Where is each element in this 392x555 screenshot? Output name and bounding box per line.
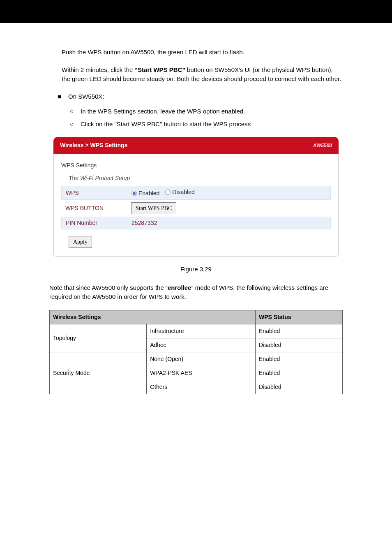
fieldset-title: WPS Settings [61, 161, 331, 170]
header-bar [0, 0, 392, 23]
form-row-wps: WPS Enabled Disabled [61, 186, 331, 200]
start-wps-pbc-button[interactable]: Start WPS PBC [131, 202, 176, 214]
open-circle-icon: ○ [70, 107, 76, 116]
panel-header: Wireless > WPS Settings AW5500 [53, 137, 339, 154]
pin-number-value: 25287332 [131, 219, 157, 227]
cell: Adhoc [147, 338, 256, 352]
text: The [69, 175, 80, 181]
cell: Enabled [256, 352, 343, 366]
figure-caption: Figure 3.29 [49, 265, 343, 274]
radio-label: Enabled [138, 189, 159, 198]
sub-bullet-item: ○ Click on the "Start WPS PBC" button to… [70, 120, 343, 129]
cell: WPA2-PSK AES [147, 366, 256, 380]
cell: None (Open) [147, 352, 256, 366]
device-model-label: AW5500 [313, 142, 332, 149]
cell-topology: Topology [50, 324, 147, 352]
bullet-item: ■ On SW550X: [58, 92, 343, 102]
note-paragraph: Note that since AW5500 only supports the… [49, 283, 343, 302]
th-wireless-settings: Wireless Settings [50, 310, 256, 324]
sub-bullet-text: In the WPS Settings section, leave the W… [81, 107, 245, 116]
page-content: Push the WPS button on AW5500, the green… [0, 23, 392, 394]
cell-security-mode: Security Mode [50, 352, 147, 394]
button-ref: “Start WPS PBC” [135, 66, 185, 73]
mode-name: enrollee [168, 284, 191, 291]
table-row: Security Mode None (Open) Enabled [50, 352, 343, 366]
paragraph: Push the WPS button on AW5500, the green… [49, 48, 343, 57]
form-row-pin: PIN Number 25287332 [61, 217, 331, 229]
panel-body: WPS Settings The Wi-Fi Protect Setup WPS… [53, 154, 339, 257]
open-circle-icon: ○ [70, 120, 76, 129]
field-label: WPS BUTTON [65, 204, 131, 213]
sub-bullet-item: ○ In the WPS Settings section, leave the… [70, 107, 343, 116]
radio-dot [165, 190, 171, 195]
sub-bullet-text: Click on the "Start WPS PBC" button to s… [81, 120, 251, 129]
radio-group: Enabled Disabled [131, 188, 199, 198]
apply-button[interactable]: Apply [69, 236, 92, 248]
radio-disabled[interactable]: Disabled [165, 188, 194, 197]
table-row: Topology Infrastructure Enabled [50, 324, 343, 338]
wps-support-table: Wireless Settings WPS Status Topology In… [49, 310, 343, 394]
cell: Disabled [256, 380, 343, 394]
square-bullet-icon: ■ [58, 92, 64, 102]
text: Within 2 minutes, click the [62, 66, 135, 73]
radio-label: Disabled [172, 188, 194, 197]
field-label: WPS [66, 189, 131, 197]
cell: Others [147, 380, 256, 394]
table-header-row: Wireless Settings WPS Status [50, 310, 343, 324]
radio-dot-selected [131, 191, 137, 196]
th-wps-status: WPS Status [256, 310, 343, 324]
field-label: PIN Number [66, 219, 131, 227]
text: Note that since AW5500 only supports the… [49, 284, 168, 291]
cell: Enabled [256, 366, 343, 380]
breadcrumb: Wireless > WPS Settings [60, 141, 127, 150]
cell: Disabled [256, 338, 343, 352]
radio-enabled[interactable]: Enabled [131, 189, 159, 198]
form-row-wps-button: WPS BUTTON Start WPS PBC [65, 202, 331, 214]
wps-settings-panel: Wireless > WPS Settings AW5500 WPS Setti… [53, 137, 339, 257]
bullet-text: On SW550X: [68, 92, 104, 102]
paragraph: Within 2 minutes, click the “Start WPS P… [49, 65, 343, 84]
text-italic: Wi-Fi Protect Setup [80, 175, 130, 181]
fieldset-subtitle: The Wi-Fi Protect Setup [69, 174, 331, 183]
cell: Infrastructure [147, 324, 256, 338]
cell: Enabled [256, 324, 343, 338]
